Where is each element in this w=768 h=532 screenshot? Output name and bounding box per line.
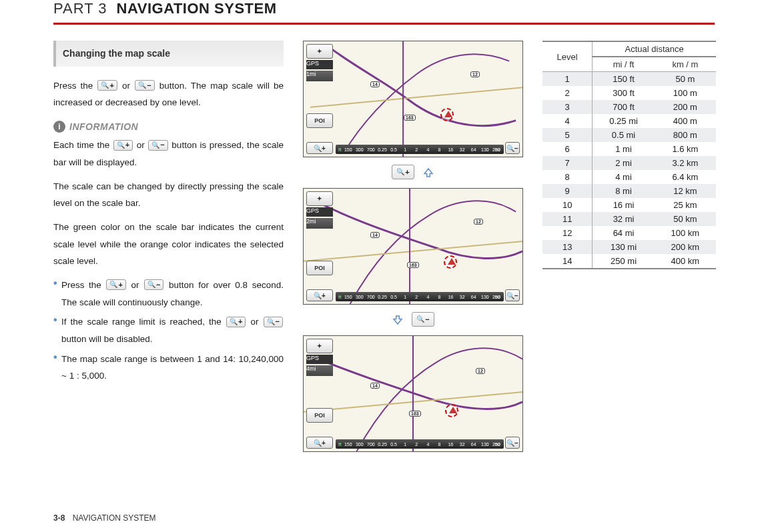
gps-indicator: GPS: [306, 207, 333, 217]
route-shield: 14: [370, 81, 380, 87]
table-cell: 10: [542, 198, 593, 212]
zoom-in-icon: 🔍+: [226, 317, 246, 327]
table-cell: 13: [542, 240, 593, 254]
table-header-distance: Actual distance: [593, 41, 716, 57]
table-cell: 64 mi: [593, 226, 655, 240]
table-cell: 50 m: [655, 72, 716, 87]
arrow-up-icon: [422, 166, 435, 179]
map-screenshot-1: 14 12 163 ✦ GPS 1mi POI 🔍+ 🔍− ft 1503007…: [303, 41, 523, 157]
info-icon: i: [53, 121, 65, 133]
page-number: 3-8: [53, 513, 65, 523]
table-row: 1016 mi25 km: [542, 198, 716, 212]
map-vehicle-icon: [444, 111, 452, 117]
footer-label: NAVIGATION SYSTEM: [73, 513, 156, 523]
table-cell: 0.5 mi: [593, 128, 655, 142]
part-label: PART 3: [53, 0, 107, 17]
table-cell: 3.2 km: [655, 156, 716, 170]
page-footer: 3-8 NAVIGATION SYSTEM: [53, 513, 156, 523]
table-cell: 16 mi: [593, 198, 655, 212]
table-cell: 5: [542, 128, 593, 142]
zoom-in-button[interactable]: 🔍+: [306, 142, 333, 154]
table-row: 1150 ft50 m: [542, 72, 716, 87]
zoom-in-button[interactable]: 🔍+: [306, 437, 333, 449]
table-cell: 12: [542, 226, 593, 240]
intro-paragraph: Press the 🔍+ or 🔍− button. The map scale…: [53, 77, 284, 111]
table-row: 72 mi3.2 km: [542, 156, 716, 170]
table-header-level: Level: [542, 41, 593, 72]
poi-button[interactable]: POI: [306, 408, 333, 423]
info-bullet-3: The map scale range is between 1 and 14:…: [53, 351, 284, 385]
table-cell: 1: [542, 72, 593, 87]
scale-bar[interactable]: ft 1503007000.250.51248163264130250 mi: [336, 292, 504, 301]
table-row: 84 mi6.4 km: [542, 170, 716, 184]
route-shield: 163: [407, 262, 419, 268]
poi-button[interactable]: POI: [306, 113, 333, 128]
intro-mid: or: [122, 81, 134, 91]
compass-button[interactable]: ✦: [306, 191, 333, 206]
table-cell: 11: [542, 212, 593, 226]
info-p2: The scale can be changed by directly pre…: [53, 178, 284, 212]
route-shield: 163: [404, 115, 416, 121]
scale-bar[interactable]: ft 1503007000.250.51248163264130250 mi: [336, 145, 504, 154]
zoom-in-icon: 🔍+: [106, 279, 125, 290]
zoom-out-button[interactable]: 🔍−: [505, 142, 520, 154]
zoom-in-icon: 🔍+: [113, 140, 133, 151]
info-bullet-1: Press the 🔍+ or 🔍− button for over 0.8 s…: [53, 277, 284, 311]
table-cell: 1 mi: [593, 142, 655, 156]
table-cell: 50 km: [655, 212, 716, 226]
info-heading: INFORMATION: [69, 118, 138, 136]
map-screenshot-3: 14 12 163 ✦ GPS 4mi POI 🔍+ 🔍− ft 1503007…: [303, 335, 523, 452]
table-cell: 6: [542, 142, 593, 156]
zoom-in-button[interactable]: 🔍+: [306, 289, 333, 301]
table-cell: 4: [542, 114, 593, 128]
scale-label: 2mi: [306, 218, 333, 229]
table-cell: 200 m: [655, 100, 716, 114]
table-cell: 3: [542, 100, 593, 114]
table-row: 50.5 mi800 m: [542, 128, 716, 142]
table-cell: 300 ft: [593, 86, 655, 100]
table-cell: 9: [542, 184, 593, 198]
table-cell: 800 m: [655, 128, 716, 142]
zoom-in-icon: 🔍+: [392, 165, 414, 179]
table-header-km: km / m: [655, 57, 716, 72]
zoom-out-icon: 🔍−: [264, 317, 283, 327]
info-p1: Each time the 🔍+ or 🔍− button is pressed…: [53, 137, 284, 171]
zoom-out-button[interactable]: 🔍−: [505, 437, 520, 449]
page-title: NAVIGATION SYSTEM: [117, 0, 277, 17]
table-cell: 150 ft: [593, 72, 655, 87]
section-heading: Changing the map scale: [53, 41, 284, 67]
header-rule: [53, 23, 715, 25]
poi-button[interactable]: POI: [306, 261, 333, 275]
map-vehicle-icon: [448, 258, 456, 265]
table-header-mi: mi / ft: [593, 57, 655, 72]
table-row: 2300 ft100 m: [542, 86, 716, 100]
map-vehicle-icon: [449, 407, 457, 413]
scale-label: 4mi: [306, 365, 333, 376]
scale-bar[interactable]: ft 1503007000.250.51248163264130250 mi: [336, 439, 504, 449]
route-shield: 12: [474, 219, 483, 225]
table-row: 3700 ft200 m: [542, 100, 716, 114]
route-shield: 14: [370, 232, 380, 238]
gps-indicator: GPS: [306, 355, 333, 364]
table-cell: 100 m: [655, 86, 716, 100]
table-cell: 14: [542, 254, 593, 269]
table-row: 40.25 mi400 m: [542, 114, 716, 128]
table-cell: 400 km: [655, 254, 716, 269]
zoom-out-icon: 🔍−: [412, 312, 434, 327]
table-cell: 25 km: [655, 198, 716, 212]
route-shield: 12: [470, 71, 480, 77]
table-cell: 100 km: [655, 226, 716, 240]
table-row: 14250 mi400 km: [542, 254, 716, 269]
table-cell: 200 km: [655, 240, 716, 254]
route-shield: 163: [409, 411, 421, 417]
table-cell: 4 mi: [593, 170, 655, 184]
table-row: 98 mi12 km: [542, 184, 716, 198]
zoom-out-button[interactable]: 🔍−: [505, 289, 520, 301]
compass-button[interactable]: ✦: [306, 339, 333, 353]
table-row: 1132 mi50 km: [542, 212, 716, 226]
compass-button[interactable]: ✦: [306, 44, 333, 59]
map-screenshot-2: 14 12 163 ✦ GPS 2mi POI 🔍+ 🔍− ft 1503007…: [303, 188, 523, 305]
table-cell: 1.6 km: [655, 142, 716, 156]
table-cell: 250 mi: [593, 254, 655, 269]
table-cell: 12 km: [655, 184, 716, 198]
